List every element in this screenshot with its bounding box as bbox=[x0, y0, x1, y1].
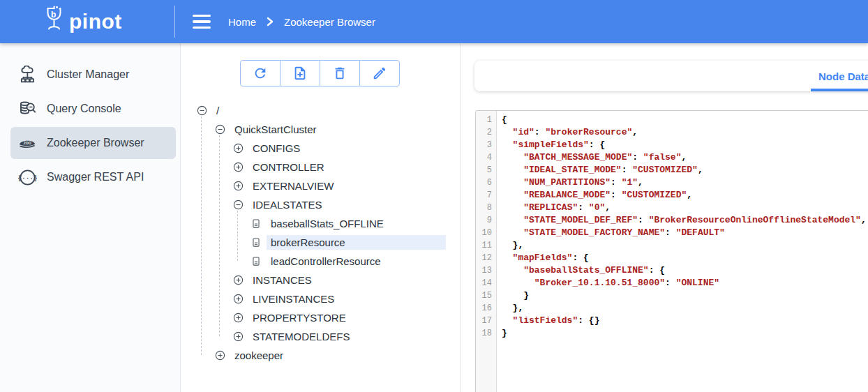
app-header: b pinot Home Zookeeper Browser bbox=[0, 0, 868, 43]
doc-icon[interactable] bbox=[250, 256, 262, 267]
delete-node-button[interactable] bbox=[320, 60, 360, 86]
tree-node-instances[interactable]: INSTANCES bbox=[195, 271, 446, 289]
tab-node-data[interactable]: Node Data bbox=[811, 61, 868, 91]
refresh-icon bbox=[253, 66, 268, 81]
zookeeper-tree-panel: /QuickStartClusterCONFIGSCONTROLLEREXTER… bbox=[181, 43, 461, 392]
node-tabs-card: Node Data bbox=[474, 61, 868, 91]
code-line: "simpleFields": { bbox=[502, 139, 868, 151]
line-number: 2 bbox=[476, 126, 492, 139]
svg-text:ZOO: ZOO bbox=[24, 140, 31, 144]
sidebar-item-cluster-manager[interactable]: Cluster Manager bbox=[10, 59, 176, 91]
code-line: "STATE_MODEL_DEF_REF": "BrokerResourceOn… bbox=[502, 214, 868, 227]
line-number: 16 bbox=[476, 302, 492, 315]
code-line: "NUM_PARTITIONS": "1", bbox=[502, 176, 868, 189]
zk-tree: /QuickStartClusterCONFIGSCONTROLLEREXTER… bbox=[195, 101, 446, 365]
line-number: 4 bbox=[476, 151, 492, 164]
expand-icon[interactable] bbox=[232, 331, 244, 342]
code-line: "BATCH_MESSAGE_MODE": "false", bbox=[502, 151, 868, 164]
line-number: 12 bbox=[476, 252, 492, 264]
line-number: 6 bbox=[476, 176, 492, 189]
sidebar-item-label: Cluster Manager bbox=[47, 68, 129, 81]
tree-node-idealstates[interactable]: IDEALSTATES bbox=[195, 195, 446, 214]
tree-node-zookeeper[interactable]: zookeeper bbox=[195, 346, 446, 365]
expand-icon[interactable] bbox=[232, 143, 244, 154]
tree-node-label: LIVEINSTANCES bbox=[248, 292, 338, 306]
tree-node-label: / bbox=[212, 103, 223, 118]
tree-node-brokerresource[interactable]: brokerResource bbox=[195, 233, 446, 252]
tree-node-label: IDEALSTATES bbox=[248, 197, 326, 212]
tree-node-baseballstats-offline[interactable]: baseballStats_OFFLINE bbox=[195, 214, 446, 233]
editor-code-content[interactable]: { "id": "brokerResource", "simpleFields"… bbox=[497, 111, 868, 392]
tree-node-leadcontrollerresource[interactable]: leadControllerResource bbox=[195, 252, 446, 271]
code-line: } bbox=[502, 289, 868, 302]
code-line: "REPLICAS": "0", bbox=[502, 202, 868, 214]
tree-node-label: CONFIGS bbox=[248, 141, 304, 156]
sidebar-item-swagger-rest-api[interactable]: {···}Swagger REST API bbox=[10, 161, 176, 193]
sidebar-item-label: Swagger REST API bbox=[47, 171, 144, 183]
breadcrumb-home-link[interactable]: Home bbox=[228, 16, 256, 28]
header-divider bbox=[174, 6, 175, 38]
pinot-logo-text: pinot bbox=[69, 11, 122, 32]
tree-node-label: QuickStartCluster bbox=[230, 122, 321, 137]
add-node-button[interactable] bbox=[280, 60, 320, 86]
doc-icon[interactable] bbox=[250, 237, 262, 248]
tree-node-label: CONTROLLER bbox=[248, 160, 329, 174]
expand-icon[interactable] bbox=[232, 294, 244, 305]
tree-node-root[interactable]: / bbox=[195, 101, 446, 120]
sidebar-item-query-console[interactable]: Query Console bbox=[10, 93, 176, 125]
tree-node-quickstartcluster[interactable]: QuickStartCluster bbox=[195, 120, 446, 139]
code-line: }, bbox=[502, 302, 868, 315]
breadcrumb: Home Zookeeper Browser bbox=[228, 0, 375, 43]
line-number: 10 bbox=[476, 227, 492, 239]
tree-node-label: baseballStats_OFFLINE bbox=[267, 216, 388, 231]
code-line: "Broker_10.1.10.51_8000": "ONLINE" bbox=[502, 277, 868, 289]
sidebar: Cluster Manager Query Console ZOOZookeep… bbox=[0, 43, 181, 392]
line-number: 9 bbox=[476, 214, 492, 227]
edit-icon bbox=[372, 66, 387, 81]
tree-node-statemodeldefs[interactable]: STATEMODELDEFS bbox=[195, 327, 446, 346]
tab-node-data-label: Node Data bbox=[818, 70, 868, 82]
tree-node-label: zookeeper bbox=[230, 348, 287, 363]
expand-icon[interactable] bbox=[214, 350, 225, 361]
collapse-icon[interactable] bbox=[232, 199, 244, 211]
collapse-icon[interactable] bbox=[214, 124, 225, 135]
tab-active-indicator bbox=[811, 89, 868, 91]
delete-icon bbox=[332, 66, 347, 81]
tree-node-externalview[interactable]: EXTERNALVIEW bbox=[195, 176, 446, 195]
pinot-logo[interactable]: b pinot bbox=[45, 6, 122, 38]
line-number: 11 bbox=[476, 239, 492, 252]
doc-icon[interactable] bbox=[250, 218, 262, 229]
tree-node-propertystore[interactable]: PROPERTYSTORE bbox=[195, 308, 446, 327]
code-line: "id": "brokerResource", bbox=[502, 126, 868, 139]
zk-toolbar bbox=[240, 60, 400, 86]
tree-node-configs[interactable]: CONFIGS bbox=[195, 139, 446, 158]
edit-node-button[interactable] bbox=[359, 60, 400, 86]
collapse-icon[interactable] bbox=[196, 105, 207, 116]
expand-icon[interactable] bbox=[232, 162, 244, 173]
expand-icon[interactable] bbox=[232, 312, 244, 324]
expand-icon[interactable] bbox=[232, 275, 244, 286]
line-number: 5 bbox=[476, 164, 492, 176]
json-editor[interactable]: 123456789101112131415161718 { "id": "bro… bbox=[475, 110, 868, 392]
add-node-icon bbox=[292, 66, 308, 81]
sidebar-item-zookeeper-browser[interactable]: ZOOZookeeper Browser bbox=[10, 127, 176, 159]
code-line: "baseballStats_OFFLINE": { bbox=[502, 264, 868, 277]
tree-node-controller[interactable]: CONTROLLER bbox=[195, 158, 446, 176]
refresh-button[interactable] bbox=[240, 60, 280, 86]
line-number: 13 bbox=[476, 264, 492, 277]
menu-icon[interactable] bbox=[193, 15, 211, 29]
expand-icon[interactable] bbox=[232, 181, 244, 192]
line-number: 1 bbox=[476, 114, 492, 126]
zookeeper-icon: ZOO bbox=[17, 133, 37, 153]
code-line: }, bbox=[502, 239, 868, 252]
pinot-app: b pinot Home Zookeeper Browser Cluster M… bbox=[0, 0, 868, 392]
swagger-icon: {···} bbox=[17, 167, 37, 187]
tree-node-liveinstances[interactable]: LIVEINSTANCES bbox=[195, 289, 446, 308]
svg-text:{···}: {···} bbox=[18, 174, 37, 181]
code-line: } bbox=[502, 327, 868, 340]
line-number: 7 bbox=[476, 189, 492, 202]
line-number: 15 bbox=[476, 289, 492, 302]
code-line: "mapFields": { bbox=[502, 252, 868, 264]
line-number: 14 bbox=[476, 277, 492, 289]
line-number: 8 bbox=[476, 202, 492, 214]
